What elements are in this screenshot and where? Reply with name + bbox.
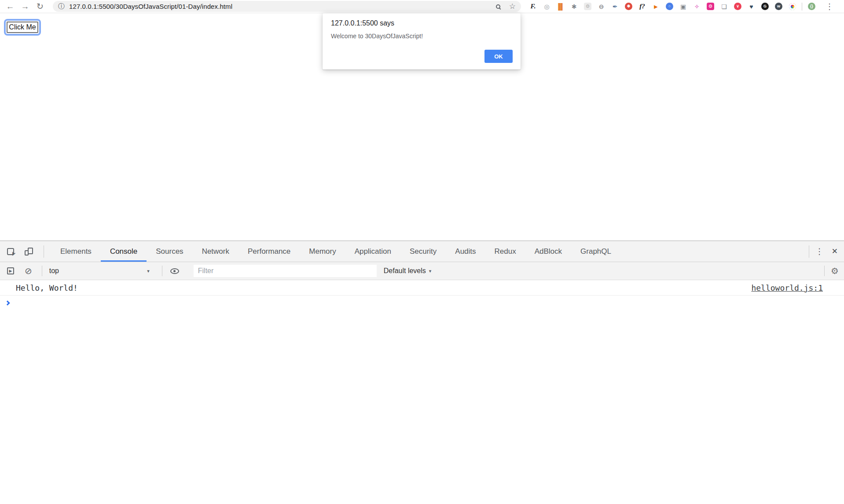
log-levels-select[interactable]: Default levels ▾ <box>384 267 432 275</box>
devtools-panel: ElementsConsoleSourcesNetworkPerformance… <box>0 241 844 504</box>
console-message-row: Hello, World!helloworld.js:1 <box>0 280 844 296</box>
devtools-tabbar: ElementsConsoleSourcesNetworkPerformance… <box>0 241 844 262</box>
eyedropper-extension-icon-glyph: ✒ <box>613 4 618 10</box>
console-sidebar-toggle-icon[interactable]: ▶ <box>7 267 14 274</box>
clear-console-icon[interactable]: ⊘ <box>25 266 32 276</box>
camera-extension-icon-glyph: ▣ <box>680 4 686 10</box>
console-prompt-chevron-icon <box>5 300 10 305</box>
minus-circle-extension-icon[interactable]: ⊖ <box>594 4 608 10</box>
rainbow-ring-extension-icon-glyph <box>789 3 796 10</box>
minus-circle-extension-icon-glyph: ⊖ <box>599 4 604 10</box>
fonts-f-extension-icon-glyph: F. <box>531 3 536 10</box>
extensions-separator <box>802 3 802 11</box>
disabled-gear-extension-icon-glyph: ⚙ <box>584 3 591 10</box>
alert-title: 127.0.0.1:5500 says <box>331 19 394 27</box>
blocks-extension-icon-glyph: ❏ <box>721 4 727 10</box>
bug-extension-icon[interactable]: ✱ <box>567 4 581 10</box>
tab-application[interactable]: Application <box>345 241 400 262</box>
address-bar[interactable]: ⓘ 127.0.0.1:5500/30DaysOfJavaScript/01-D… <box>53 1 521 12</box>
camera-extension-icon[interactable]: ▣ <box>676 4 690 10</box>
console-toolbar: ▶ ⊘ top ▾ Default levels ▾ ⚙ <box>0 262 844 280</box>
url-text[interactable]: 127.0.0.1:5500/30DaysOfJavaScript/01-Day… <box>69 3 232 10</box>
tab-security[interactable]: Security <box>400 241 446 262</box>
blocks-extension-icon[interactable]: ❏ <box>717 4 731 10</box>
eyedropper-extension-icon[interactable]: ✒ <box>608 4 622 10</box>
devtools-menu-icon[interactable]: ⋮ <box>809 246 830 256</box>
alert-ok-button[interactable]: OK <box>484 50 513 63</box>
console-toolbar-separator-1 <box>42 266 42 276</box>
tab-redux[interactable]: Redux <box>485 241 525 262</box>
device-toolbar-icon[interactable] <box>25 248 33 256</box>
megaphone-extension-icon[interactable]: ► <box>649 4 663 10</box>
pink-gear-extension-icon-glyph: ⚙ <box>707 3 714 10</box>
stop-hand-extension-icon-glyph: ✱ <box>625 3 632 10</box>
console-toolbar-right: ⚙ <box>815 266 844 276</box>
live-expression-eye-icon[interactable] <box>170 268 179 274</box>
disabled-gear-extension-icon[interactable]: ⚙ <box>581 3 594 10</box>
heart-search-extension-icon-glyph: ♥ <box>749 4 753 10</box>
devtools-tabs: ElementsConsoleSourcesNetworkPerformance… <box>51 241 620 262</box>
f-question-extension-icon[interactable]: f? <box>635 3 649 10</box>
devtools-tabbar-right: ⋮ ✕ <box>809 245 844 258</box>
bookmark-star-icon[interactable]: ☆ <box>509 2 516 11</box>
heart-search-extension-icon[interactable]: ♥ <box>745 4 758 10</box>
columns-extension-icon-glyph: ▐▌ <box>556 4 565 10</box>
tab-audits[interactable]: Audits <box>446 241 485 262</box>
f-question-extension-icon-glyph: f? <box>639 3 645 10</box>
w-circle-extension-icon-glyph: w <box>775 3 782 10</box>
zoom-magnifier-icon[interactable] <box>496 4 500 9</box>
pink-crystal-extension-icon[interactable]: ✧ <box>690 4 704 10</box>
console-source-link[interactable]: helloworld.js:1 <box>751 283 823 292</box>
bug-extension-icon-glyph: ✱ <box>572 4 577 10</box>
tab-sources[interactable]: Sources <box>147 241 192 262</box>
blue-swirl-extension-icon[interactable]: ○ <box>663 3 676 10</box>
megaphone-extension-icon-glyph: ► <box>653 4 659 10</box>
console-toolbar-separator-3 <box>824 266 825 276</box>
back-icon[interactable]: ← <box>4 2 16 11</box>
browser-menu-icon[interactable]: ⋮ <box>823 2 836 11</box>
click-me-button[interactable]: Click Me <box>7 22 38 33</box>
blue-swirl-extension-icon-glyph: ○ <box>666 3 673 10</box>
extensions-row: F.◎▐▌✱⚙⊖✒✱f?►○▣✧⚙❏∨♥Gw{} <box>526 3 818 11</box>
tab-graphql[interactable]: GraphQL <box>571 241 620 262</box>
stop-hand-extension-icon[interactable]: ✱ <box>622 3 635 10</box>
fonts-f-extension-icon[interactable]: F. <box>526 3 540 10</box>
reload-icon[interactable]: ↻ <box>34 2 46 11</box>
console-message-text: Hello, World! <box>16 283 78 292</box>
lens-circle-extension-icon[interactable]: ◎ <box>540 4 554 10</box>
w-circle-extension-icon[interactable]: w <box>772 3 785 10</box>
tab-elements[interactable]: Elements <box>51 241 101 262</box>
console-messages: Hello, World!helloworld.js:1 <box>0 280 844 296</box>
alert-dialog: 127.0.0.1:5500 says Welcome to 30DaysOfJ… <box>323 13 521 69</box>
forward-icon[interactable]: → <box>19 2 31 11</box>
tab-adblock[interactable]: AdBlock <box>525 241 571 262</box>
chevron-down-icon: ▾ <box>147 268 150 274</box>
alert-message: Welcome to 30DaysOfJavaScript! <box>331 33 423 40</box>
pink-crystal-extension-icon-glyph: ✧ <box>694 4 700 10</box>
tab-performance[interactable]: Performance <box>239 241 300 262</box>
devtools-close-icon[interactable]: ✕ <box>830 247 844 256</box>
phone-shape <box>25 250 29 256</box>
pocket-extension-icon[interactable]: ∨ <box>731 3 745 10</box>
json-braces-extension-icon[interactable]: {} <box>805 3 818 10</box>
pocket-extension-icon-glyph: ∨ <box>734 3 741 10</box>
pink-gear-extension-icon[interactable]: ⚙ <box>704 3 717 10</box>
rainbow-ring-extension-icon[interactable] <box>785 3 799 10</box>
inspect-element-icon[interactable] <box>7 248 14 255</box>
execution-context-value: top <box>49 267 59 275</box>
console-prompt-row[interactable] <box>0 296 844 310</box>
columns-extension-icon[interactable]: ▐▌ <box>554 4 567 10</box>
g-ring-extension-icon[interactable]: G <box>758 3 772 10</box>
tab-network[interactable]: Network <box>193 241 239 262</box>
tab-memory[interactable]: Memory <box>300 241 345 262</box>
execution-context-select[interactable]: top ▾ <box>47 267 152 275</box>
tab-console[interactable]: Console <box>101 241 147 262</box>
console-settings-gear-icon[interactable]: ⚙ <box>831 266 839 276</box>
site-info-icon[interactable]: ⓘ <box>58 2 65 11</box>
g-ring-extension-icon-glyph: G <box>761 3 769 10</box>
browser-toolbar: ← → ↻ ⓘ 127.0.0.1:5500/30DaysOfJavaScrip… <box>0 0 844 13</box>
tabbar-separator <box>44 245 44 258</box>
lens-circle-extension-icon-glyph: ◎ <box>544 4 549 10</box>
console-filter-input[interactable] <box>194 265 377 277</box>
log-levels-label: Default levels <box>384 267 426 275</box>
